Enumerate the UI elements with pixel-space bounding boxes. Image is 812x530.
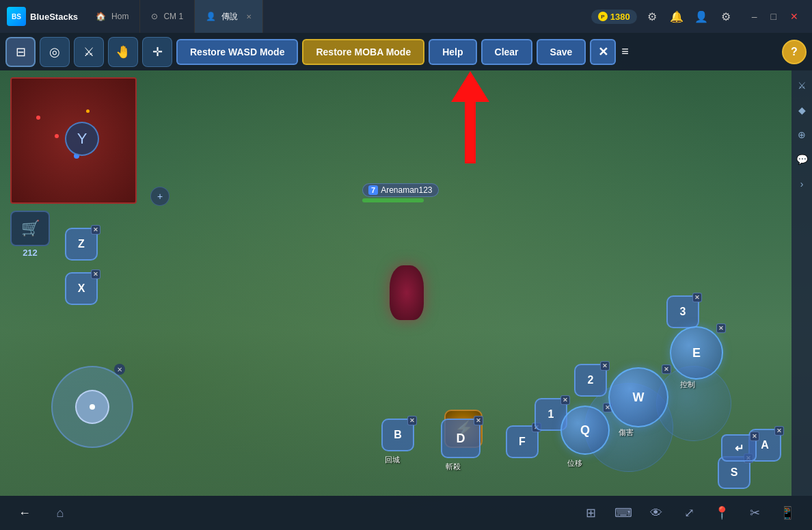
home-button[interactable]: ⌂	[49, 502, 71, 524]
window-controls: – □ ✕	[746, 10, 804, 23]
tab-home[interactable]: 🏠 Hom	[85, 0, 140, 33]
minimap-enemy-dot	[36, 116, 40, 120]
eye-icon[interactable]: 👁	[645, 502, 667, 524]
3-key-close[interactable]: ✕	[692, 293, 702, 302]
player-hero-icon: Y	[65, 122, 99, 156]
help-circle-button[interactable]: ?	[782, 40, 807, 64]
3-key-label: 3	[680, 306, 686, 318]
joystick-inner	[75, 390, 109, 424]
sidebar-map-icon[interactable]: ⊕	[798, 125, 806, 144]
e-skill-button[interactable]: E ✕	[670, 326, 723, 380]
z-key-close[interactable]: ✕	[91, 225, 100, 235]
legend-tab-icon: 👤	[206, 12, 216, 21]
d-key-label: D	[457, 432, 465, 446]
b-key-label: B	[394, 429, 402, 441]
e-skill-label: E	[692, 346, 701, 360]
player-badge: 7 Arenaman123	[362, 183, 439, 197]
tab-legend[interactable]: 👤 傳說 ✕	[195, 0, 263, 33]
player-area: 7 Arenaman123	[362, 183, 439, 202]
enter-key-button[interactable]: ↵ ✕	[721, 434, 757, 462]
q-skill-text: 位移	[567, 458, 582, 468]
maximize-button[interactable]: □	[766, 10, 782, 23]
cart-button[interactable]: 🛒	[10, 211, 50, 246]
dpad-tool-button[interactable]: ✛	[142, 37, 172, 67]
right-sidebar: ⚔ ◆ ⊕ 💬 ›	[791, 70, 812, 496]
z-key-button[interactable]: Z ✕	[65, 228, 98, 261]
a-key-close[interactable]: ✕	[774, 426, 784, 436]
tab-cm1[interactable]: ⊙ CM 1	[140, 0, 195, 33]
menu-icon[interactable]: ≡	[621, 44, 629, 59]
1-key-close[interactable]: ✕	[560, 395, 570, 405]
location-icon[interactable]: 📍	[711, 502, 733, 524]
3-key-button[interactable]: 3 ✕	[666, 295, 699, 328]
w-skill-text: 傷害	[619, 427, 634, 438]
sidebar-gem-icon[interactable]: ◆	[798, 101, 806, 120]
signal-tool-button[interactable]: ◎	[40, 37, 70, 67]
cart-area: 🛒 212	[10, 211, 50, 258]
restore-moba-button[interactable]: Restore MOBA Mode	[302, 39, 424, 65]
joystick-close[interactable]: ✕	[114, 364, 125, 375]
minimap-enemy-dot	[55, 134, 59, 138]
game-character	[379, 259, 434, 327]
w-skill-close[interactable]: ✕	[662, 365, 671, 374]
x-key-button[interactable]: X ✕	[65, 272, 98, 305]
titlebar: BS BlueStacks 🏠 Hom ⊙ CM 1 👤 傳說 ✕ P 1380…	[0, 0, 812, 33]
d-key-button[interactable]: D ✕	[441, 419, 481, 458]
coin-display: P 1380	[591, 10, 637, 24]
account-icon-btn[interactable]: 👤	[692, 7, 711, 26]
player-level: 7	[368, 185, 378, 195]
z-key-label: Z	[78, 238, 85, 250]
clear-button[interactable]: Clear	[481, 39, 532, 65]
bottom-right-icons: ⊞ ⌨ 👁 ⤢ 📍 ✂ 📱	[580, 502, 798, 524]
close-button[interactable]: ✕	[785, 10, 804, 23]
link-tool-button[interactable]: ⊟	[5, 37, 36, 67]
b-key-button[interactable]: B ✕	[381, 419, 414, 451]
home-tab-label: Hom	[111, 12, 128, 21]
swords-tool-button[interactable]: ⚔	[74, 37, 104, 67]
w-skill-label: W	[633, 390, 645, 405]
e-skill-text: 控制	[680, 380, 695, 390]
notification-icon-btn[interactable]: 🔔	[667, 7, 686, 26]
home-tab-icon: 🏠	[96, 12, 106, 21]
bottom-bar: ← ⌂ ⊞ ⌨ 👁 ⤢ 📍 ✂ 📱	[0, 496, 812, 530]
joystick[interactable]: ✕	[51, 366, 133, 448]
settings-icon-btn[interactable]: ⚙	[642, 7, 662, 26]
2-key-close[interactable]: ✕	[600, 361, 610, 371]
fullscreen-icon[interactable]: ⤢	[678, 502, 700, 524]
q-skill-button[interactable]: Q ✕	[560, 406, 610, 455]
sidebar-chat-icon[interactable]: 💬	[796, 150, 808, 169]
zoom-control[interactable]: +	[150, 187, 170, 206]
coin-amount: 1380	[610, 12, 630, 22]
d-skill-label: 斬殺	[446, 462, 461, 472]
b-key-close[interactable]: ✕	[407, 416, 417, 425]
close-toolbar-button[interactable]: ✕	[590, 39, 616, 65]
player-name: Arenaman123	[381, 185, 432, 195]
x-key-label: X	[78, 282, 85, 295]
f-key-button[interactable]: F ✕	[506, 425, 539, 458]
gamepad-tool-button[interactable]: 🤚	[108, 37, 138, 67]
sidebar-arrow-icon[interactable]: ›	[800, 174, 804, 194]
legend-tab-close[interactable]: ✕	[246, 13, 252, 21]
q-skill-label: Q	[580, 423, 590, 438]
minimap-ally-dot	[86, 109, 90, 113]
2-key-button[interactable]: 2 ✕	[574, 364, 607, 397]
2-key-label: 2	[588, 374, 594, 386]
gear-icon-btn[interactable]: ⚙	[716, 7, 735, 26]
titlebar-right: P 1380 ⚙ 🔔 👤 ⚙ – □ ✕	[591, 7, 812, 26]
w-skill-button[interactable]: W ✕	[608, 367, 668, 427]
device-icon[interactable]: 📱	[776, 502, 798, 524]
help-button[interactable]: Help	[429, 39, 476, 65]
scissor-icon[interactable]: ✂	[744, 502, 766, 524]
sidebar-sword-icon[interactable]: ⚔	[798, 76, 807, 95]
d-key-close[interactable]: ✕	[474, 416, 483, 425]
keyboard-icon[interactable]: ⌨	[612, 502, 634, 524]
1-key-label: 1	[548, 408, 554, 421]
keyboard-layout-icon[interactable]: ⊞	[580, 502, 601, 524]
restore-wasd-button[interactable]: Restore WASD Mode	[176, 39, 298, 65]
back-button[interactable]: ←	[14, 502, 36, 524]
e-skill-close[interactable]: ✕	[716, 323, 726, 333]
minimize-button[interactable]: –	[746, 10, 763, 23]
x-key-close[interactable]: ✕	[91, 269, 100, 279]
enter-key-close[interactable]: ✕	[750, 432, 759, 441]
save-button[interactable]: Save	[537, 39, 586, 65]
